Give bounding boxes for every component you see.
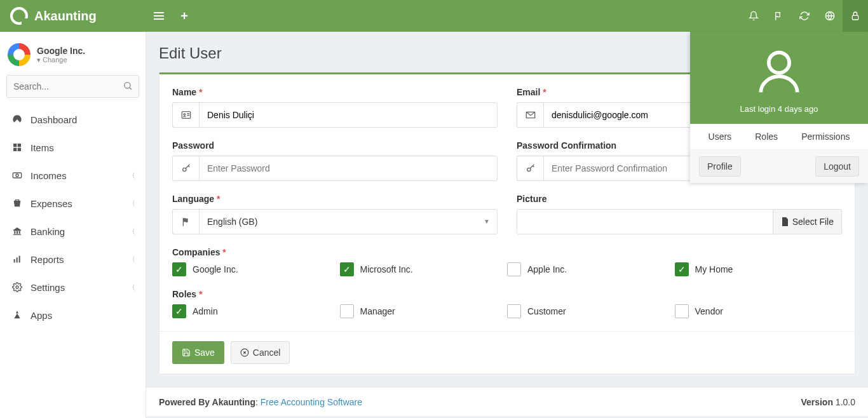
cancel-button[interactable]: Cancel (231, 341, 290, 364)
svg-rect-1 (852, 15, 858, 20)
role-option: Manager (340, 304, 508, 318)
checkbox[interactable]: ✓ (172, 304, 186, 318)
name-input[interactable] (199, 102, 498, 128)
checkbox-label: Apple Inc. (527, 264, 567, 274)
avatar-icon (752, 44, 806, 99)
dashboard-icon (10, 114, 24, 125)
search-icon (123, 81, 133, 91)
sidebar-item-expenses[interactable]: Expenses 〈 (0, 189, 146, 217)
svg-rect-12 (13, 234, 21, 235)
user-dropdown-links: Users Roles Permissions (690, 124, 868, 149)
checkbox-label: Google Inc. (193, 264, 238, 274)
user-dropdown-footer: Profile Logout (690, 149, 868, 183)
settings-icon (10, 282, 24, 292)
checkbox[interactable] (507, 262, 521, 276)
sidebar: Google Inc. ▾ Change Dashboard Items Inc… (0, 32, 146, 418)
company-change[interactable]: ▾ Change (37, 56, 85, 64)
checkbox[interactable]: ✓ (340, 262, 354, 276)
expenses-icon (10, 198, 24, 208)
lock-icon (850, 11, 860, 21)
user-menu-button[interactable] (843, 0, 868, 32)
sidebar-item-label: Incomes (31, 170, 128, 181)
globe-button[interactable] (817, 0, 843, 32)
checkbox[interactable] (340, 304, 354, 318)
svg-point-16 (16, 286, 18, 288)
language-label: Language * (172, 194, 498, 204)
banking-icon (10, 226, 24, 236)
svg-rect-9 (14, 231, 15, 234)
select-file-button[interactable]: Select File (773, 209, 842, 234)
checkbox-label: Customer (527, 306, 566, 316)
logout-button[interactable]: Logout (815, 156, 859, 177)
refresh-button[interactable] (792, 0, 817, 32)
checkbox-label: My Home (695, 264, 733, 274)
hamburger-icon (154, 12, 164, 20)
user-link-permissions[interactable]: Permissions (801, 131, 850, 142)
user-link-roles[interactable]: Roles (755, 131, 778, 142)
role-option: Vendor (675, 304, 843, 318)
companies-label: Companies * (172, 247, 842, 257)
svg-point-2 (125, 83, 130, 88)
companies-group: ✓Google Inc.✓Microsoft Inc.Apple Inc.✓My… (172, 262, 842, 276)
password-input[interactable] (199, 156, 498, 181)
add-new-button[interactable]: + (172, 0, 197, 32)
user-link-users[interactable]: Users (709, 131, 732, 142)
role-option: ✓Admin (172, 304, 340, 318)
save-button[interactable]: Save (172, 341, 224, 364)
svg-point-22 (769, 53, 789, 73)
checkbox[interactable]: ✓ (172, 262, 186, 276)
sidebar-item-settings[interactable]: Settings 〈 (0, 273, 146, 301)
sidebar-item-reports[interactable]: Reports 〈 (0, 245, 146, 273)
checkbox[interactable]: ✓ (675, 262, 689, 276)
footer-powered: Powered By Akaunting: Free Accounting So… (159, 397, 362, 407)
sidebar-item-apps[interactable]: Apps (0, 301, 146, 329)
roles-group: ✓AdminManagerCustomerVendor (172, 304, 842, 318)
company-option: ✓My Home (675, 262, 843, 276)
apps-icon (10, 310, 24, 320)
svg-point-20 (527, 168, 530, 171)
sidebar-item-label: Apps (31, 310, 135, 321)
svg-rect-14 (17, 257, 18, 262)
globe-icon (825, 11, 835, 21)
svg-rect-6 (18, 148, 21, 151)
company-option: ✓Microsoft Inc. (340, 262, 508, 276)
company-switcher[interactable]: Google Inc. ▾ Change (8, 43, 138, 66)
checkbox[interactable] (507, 304, 521, 318)
items-icon (10, 142, 24, 152)
notifications-button[interactable] (741, 0, 766, 32)
language-value: English (GB) (207, 217, 257, 227)
language-select[interactable]: English (GB) (199, 209, 498, 234)
brand[interactable]: Akaunting (0, 0, 146, 32)
search-input[interactable] (6, 75, 139, 98)
checkbox-label: Microsoft Inc. (360, 264, 413, 274)
key-icon (172, 156, 199, 181)
refresh-icon (799, 11, 810, 21)
footer-version: Version 1.0.0 (801, 397, 855, 407)
role-option: Customer (507, 304, 675, 318)
sidebar-item-incomes[interactable]: Incomes 〈 (0, 161, 146, 189)
sidebar-item-dashboard[interactable]: Dashboard (0, 105, 146, 133)
topbar: Akaunting + (0, 0, 868, 32)
svg-rect-10 (17, 231, 18, 234)
svg-rect-4 (18, 144, 21, 147)
svg-rect-15 (19, 256, 20, 263)
svg-rect-13 (14, 259, 15, 262)
sidebar-item-items[interactable]: Items (0, 133, 146, 161)
sidebar-item-label: Banking (31, 226, 128, 237)
sidebar-item-label: Expenses (31, 198, 128, 209)
checkbox[interactable] (675, 304, 689, 318)
sidebar-nav: Dashboard Items Incomes 〈 Expenses 〈 Ban… (0, 105, 146, 329)
chevron-left-icon: 〈 (128, 199, 135, 208)
profile-button[interactable]: Profile (699, 156, 741, 177)
file-icon (781, 217, 789, 226)
password-label: Password (172, 140, 498, 151)
sidebar-toggle-button[interactable] (146, 0, 172, 32)
chevron-left-icon: 〈 (128, 255, 135, 264)
company-option: Apple Inc. (507, 262, 675, 276)
user-dropdown-header: Last login 4 days ago (690, 32, 868, 124)
flag-button[interactable] (766, 0, 792, 32)
chevron-left-icon: 〈 (128, 283, 135, 292)
footer-software-link[interactable]: Free Accounting Software (261, 397, 362, 407)
sidebar-item-banking[interactable]: Banking 〈 (0, 217, 146, 245)
sidebar-item-label: Settings (31, 282, 128, 293)
